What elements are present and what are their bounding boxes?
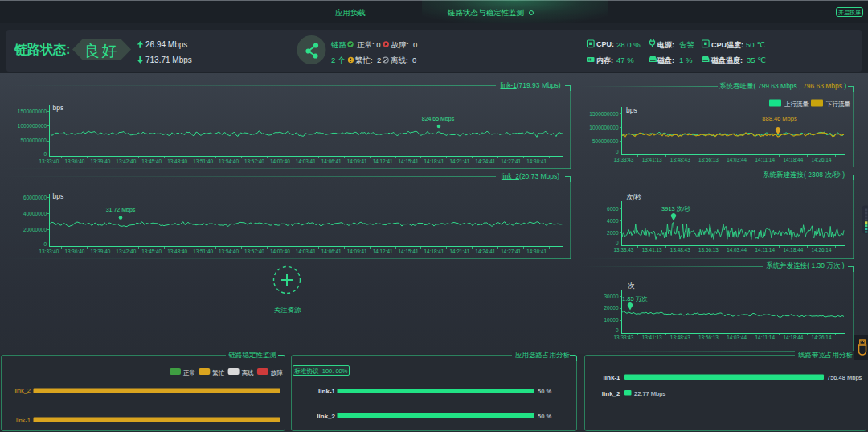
svg-text:50 %: 50 %: [538, 388, 551, 395]
svg-text:link-1: link-1: [604, 374, 620, 381]
svg-text:link_2: link_2: [602, 390, 620, 397]
svg-text:14:11:14: 14:11:14: [755, 247, 776, 253]
svg-text:link_2: link_2: [14, 387, 31, 394]
svg-text:次/秒: 次/秒: [626, 193, 642, 201]
svg-text:14:03:44: 14:03:44: [727, 157, 747, 163]
svg-text:20000: 20000: [604, 305, 618, 311]
svg-text:3913 次/秒: 3913 次/秒: [661, 205, 690, 212]
svg-text:13:56:13: 13:56:13: [698, 335, 719, 340]
svg-text:13:51:40: 13:51:40: [193, 158, 213, 164]
svg-text:13:41:13: 13:41:13: [642, 247, 662, 253]
svg-text:1500000000: 1500000000: [18, 109, 47, 114]
svg-text:14:18:44: 14:18:44: [783, 157, 803, 163]
svg-text:60000000: 60000000: [23, 195, 47, 200]
svg-text:0: 0: [43, 241, 47, 247]
svg-text:13:51:40: 13:51:40: [193, 249, 213, 254]
svg-text:link-1: link-1: [318, 388, 335, 395]
svg-text:14:26:14: 14:26:14: [812, 335, 832, 340]
svg-text:1500000000: 1500000000: [589, 111, 619, 117]
svg-text:30000: 30000: [604, 294, 618, 299]
svg-text:13:54:40: 13:54:40: [219, 158, 239, 164]
svg-text:1000000000: 1000000000: [589, 125, 619, 130]
svg-text:0: 0: [616, 327, 619, 333]
svg-text:31.72 Mbps: 31.72 Mbps: [106, 207, 136, 213]
svg-text:4000: 4000: [607, 218, 619, 224]
svg-text:13:56:13: 13:56:13: [698, 157, 719, 163]
svg-text:bps: bps: [626, 106, 637, 114]
svg-text:离线: 离线: [242, 369, 255, 376]
svg-text:关注资源: 关注资源: [274, 306, 302, 314]
svg-text:2000: 2000: [607, 230, 619, 236]
svg-text:14:03:41: 14:03:41: [296, 249, 316, 254]
svg-text:14:11:14: 14:11:14: [755, 335, 776, 340]
svg-text:14:15:41: 14:15:41: [399, 249, 419, 254]
svg-text:13:54:40: 13:54:40: [219, 249, 239, 254]
svg-text:14:27:41: 14:27:41: [501, 158, 521, 164]
svg-text:13:36:40: 13:36:40: [64, 158, 84, 164]
svg-text:14:09:41: 14:09:41: [347, 158, 367, 164]
svg-text:link_2: link_2: [317, 413, 335, 420]
svg-text:500000000: 500000000: [592, 138, 619, 144]
svg-text:50 %: 50 %: [538, 413, 551, 420]
svg-text:14:09:41: 14:09:41: [347, 249, 367, 254]
svg-text:14:12:41: 14:12:41: [373, 249, 393, 254]
svg-text:500000000: 500000000: [20, 138, 47, 143]
svg-text:22.77 Mbps: 22.77 Mbps: [634, 390, 665, 397]
svg-text:次: 次: [628, 282, 635, 290]
svg-text:link-1: link-1: [16, 417, 31, 424]
svg-text:1.85 万次: 1.85 万次: [622, 295, 648, 302]
svg-text:14:15:41: 14:15:41: [399, 158, 419, 164]
svg-text:14:24:41: 14:24:41: [475, 249, 495, 254]
svg-text:14:03:44: 14:03:44: [727, 335, 747, 340]
svg-text:13:41:13: 13:41:13: [642, 157, 662, 163]
svg-text:13:57:40: 13:57:40: [244, 249, 264, 254]
svg-text:14:03:44: 14:03:44: [727, 247, 747, 253]
svg-text:13:39:40: 13:39:40: [90, 249, 110, 254]
svg-text:13:41:13: 13:41:13: [642, 335, 662, 340]
svg-text:13:33:40: 13:33:40: [39, 158, 59, 164]
svg-text:13:45:40: 13:45:40: [141, 249, 162, 254]
svg-text:14:27:41: 14:27:41: [501, 249, 521, 254]
svg-text:13:42:40: 13:42:40: [116, 158, 136, 164]
svg-text:13:33:43: 13:33:43: [614, 335, 634, 340]
svg-text:13:56:13: 13:56:13: [698, 247, 719, 253]
svg-text:14:26:14: 14:26:14: [812, 157, 832, 163]
svg-text:0: 0: [616, 149, 619, 154]
svg-text:0: 0: [43, 151, 47, 157]
svg-text:13:33:43: 13:33:43: [614, 157, 634, 163]
svg-text:13:33:40: 13:33:40: [39, 249, 59, 254]
svg-text:正常: 正常: [183, 369, 195, 376]
svg-text:14:03:41: 14:03:41: [296, 158, 316, 164]
svg-text:20000000: 20000000: [23, 227, 47, 232]
svg-text:14:00:40: 14:00:40: [270, 249, 290, 254]
svg-text:14:30:41: 14:30:41: [526, 249, 547, 254]
svg-text:13:45:40: 13:45:40: [141, 158, 162, 164]
svg-text:故障: 故障: [271, 369, 284, 376]
svg-text:14:30:41: 14:30:41: [526, 158, 547, 164]
svg-text:下行流量: 下行流量: [826, 101, 851, 108]
svg-text:13:48:40: 13:48:40: [167, 158, 187, 164]
svg-text:13:48:43: 13:48:43: [670, 157, 690, 163]
svg-text:14:21:41: 14:21:41: [449, 249, 469, 254]
svg-text:13:48:40: 13:48:40: [167, 249, 187, 254]
svg-text:14:21:41: 14:21:41: [449, 158, 469, 164]
svg-text:14:18:44: 14:18:44: [783, 247, 803, 253]
svg-text:13:36:40: 13:36:40: [64, 249, 84, 254]
svg-text:14:12:41: 14:12:41: [373, 158, 393, 164]
svg-text:14:18:41: 14:18:41: [424, 158, 444, 164]
svg-text:14:11:14: 14:11:14: [755, 157, 776, 163]
svg-text:上行流量: 上行流量: [784, 101, 809, 108]
svg-text:13:48:43: 13:48:43: [670, 335, 690, 340]
svg-text:14:26:14: 14:26:14: [812, 247, 832, 253]
svg-text:0: 0: [616, 240, 619, 245]
svg-text:14:06:41: 14:06:41: [321, 249, 342, 254]
svg-text:13:33:43: 13:33:43: [614, 247, 634, 253]
svg-text:40000000: 40000000: [23, 211, 47, 216]
svg-text:14:18:44: 14:18:44: [783, 335, 803, 340]
svg-text:bps: bps: [53, 192, 64, 200]
svg-text:756.48 Mbps: 756.48 Mbps: [827, 374, 862, 381]
svg-text:10000: 10000: [604, 317, 618, 323]
svg-text:888.46 Mbps: 888.46 Mbps: [762, 115, 797, 122]
svg-text:13:42:40: 13:42:40: [116, 249, 136, 254]
svg-text:1000000000: 1000000000: [18, 123, 47, 129]
